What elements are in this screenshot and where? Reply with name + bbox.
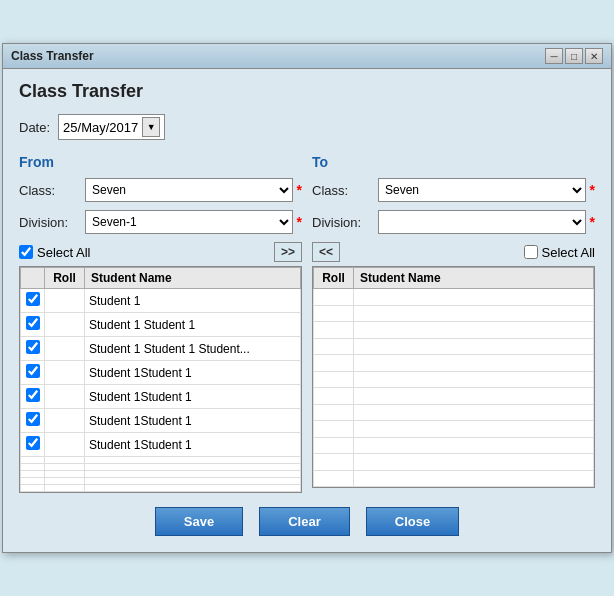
- to-select-all-left: Select All: [524, 245, 595, 260]
- student-name: Student 1 Student 1: [85, 313, 301, 337]
- table-row-empty: [314, 421, 594, 438]
- student-roll: [45, 361, 85, 385]
- from-table-header-name: Student Name: [85, 268, 301, 289]
- table-row-empty: [314, 454, 594, 471]
- student-checkbox[interactable]: [26, 388, 40, 402]
- from-table: Roll Student Name Student 1 Student 1 St…: [20, 267, 301, 492]
- student-roll: [45, 433, 85, 457]
- table-row-empty: [21, 478, 301, 485]
- from-class-required: *: [297, 182, 302, 198]
- to-class-label: Class:: [312, 183, 372, 198]
- to-class-select[interactable]: Seven: [378, 178, 586, 202]
- save-button[interactable]: Save: [155, 507, 243, 536]
- close-button[interactable]: ✕: [585, 48, 603, 64]
- student-checkbox-cell[interactable]: [21, 289, 45, 313]
- student-checkbox-cell[interactable]: [21, 313, 45, 337]
- student-roll: [45, 385, 85, 409]
- table-row-empty: [21, 457, 301, 464]
- from-select-all-left: Select All: [19, 245, 90, 260]
- table-row-empty: [314, 338, 594, 355]
- to-class-row: Class: Seven *: [312, 178, 595, 202]
- table-row-empty: [314, 371, 594, 388]
- student-checkbox[interactable]: [26, 364, 40, 378]
- student-name: Student 1 Student 1 Student...: [85, 337, 301, 361]
- minimize-button[interactable]: ─: [545, 48, 563, 64]
- student-checkbox[interactable]: [26, 292, 40, 306]
- student-name: Student 1: [85, 289, 301, 313]
- student-name: Student 1Student 1: [85, 385, 301, 409]
- from-panel-title: From: [19, 154, 302, 170]
- from-class-row: Class: Seven *: [19, 178, 302, 202]
- student-checkbox[interactable]: [26, 436, 40, 450]
- student-checkbox-cell[interactable]: [21, 409, 45, 433]
- student-checkbox-cell[interactable]: [21, 337, 45, 361]
- from-chevron-button[interactable]: >>: [274, 242, 302, 262]
- student-roll: [45, 289, 85, 313]
- date-dropdown-button[interactable]: ▼: [142, 117, 160, 137]
- table-row: Student 1Student 1: [21, 385, 301, 409]
- from-select-all-checkbox[interactable]: [19, 245, 33, 259]
- title-bar: Class Transfer ─ □ ✕: [3, 44, 611, 69]
- table-row-empty: [314, 470, 594, 487]
- from-division-required: *: [297, 214, 302, 230]
- from-division-row: Division: Seven-1 *: [19, 210, 302, 234]
- from-student-list: Roll Student Name Student 1 Student 1 St…: [19, 266, 302, 493]
- to-panel-title: To: [312, 154, 595, 170]
- restore-button[interactable]: □: [565, 48, 583, 64]
- clear-button[interactable]: Clear: [259, 507, 350, 536]
- from-class-label: Class:: [19, 183, 79, 198]
- student-roll: [45, 313, 85, 337]
- student-checkbox[interactable]: [26, 316, 40, 330]
- table-row-empty: [21, 471, 301, 478]
- table-row: Student 1: [21, 289, 301, 313]
- to-class-required: *: [590, 182, 595, 198]
- student-name: Student 1Student 1: [85, 409, 301, 433]
- table-row-empty: [21, 464, 301, 471]
- table-row: Student 1 Student 1 Student...: [21, 337, 301, 361]
- student-checkbox-cell[interactable]: [21, 361, 45, 385]
- from-table-header-cb: [21, 268, 45, 289]
- date-value: 25/May/2017: [63, 120, 138, 135]
- student-checkbox-cell[interactable]: [21, 433, 45, 457]
- student-checkbox[interactable]: [26, 340, 40, 354]
- main-window: Class Transfer ─ □ ✕ Class Transfer Date…: [2, 43, 612, 553]
- to-table-header-roll: Roll: [314, 268, 354, 289]
- two-panel-layout: From Class: Seven * Division: Seven-1: [19, 154, 595, 493]
- from-panel: From Class: Seven * Division: Seven-1: [19, 154, 302, 493]
- student-name: Student 1Student 1: [85, 433, 301, 457]
- from-division-select-wrapper: Seven-1 *: [85, 210, 302, 234]
- table-row-empty: [21, 485, 301, 492]
- table-row: Student 1Student 1: [21, 433, 301, 457]
- close-button-bottom[interactable]: Close: [366, 507, 459, 536]
- from-division-select[interactable]: Seven-1: [85, 210, 293, 234]
- table-row-empty: [314, 437, 594, 454]
- table-row-empty: [314, 305, 594, 322]
- to-division-select[interactable]: [378, 210, 586, 234]
- to-panel: To Class: Seven * Division:: [312, 154, 595, 493]
- to-division-select-wrapper: *: [378, 210, 595, 234]
- student-name: Student 1Student 1: [85, 361, 301, 385]
- table-row-empty: [314, 388, 594, 405]
- from-class-select[interactable]: Seven: [85, 178, 293, 202]
- date-row: Date: 25/May/2017 ▼: [19, 114, 595, 140]
- title-bar-controls: ─ □ ✕: [545, 48, 603, 64]
- to-table: Roll Student Name: [313, 267, 594, 487]
- table-row: Student 1 Student 1: [21, 313, 301, 337]
- title-bar-text: Class Transfer: [11, 49, 94, 63]
- to-division-required: *: [590, 214, 595, 230]
- student-roll: [45, 409, 85, 433]
- date-label: Date:: [19, 120, 50, 135]
- student-checkbox-cell[interactable]: [21, 385, 45, 409]
- from-class-select-wrapper: Seven *: [85, 178, 302, 202]
- from-select-all-row: Select All >>: [19, 242, 302, 262]
- to-class-select-wrapper: Seven *: [378, 178, 595, 202]
- to-chevron-button[interactable]: <<: [312, 242, 340, 262]
- student-checkbox[interactable]: [26, 412, 40, 426]
- to-division-row: Division: *: [312, 210, 595, 234]
- table-row-empty: [314, 322, 594, 339]
- from-select-all-label: Select All: [37, 245, 90, 260]
- date-input[interactable]: 25/May/2017 ▼: [58, 114, 165, 140]
- from-division-label: Division:: [19, 215, 79, 230]
- to-select-all-checkbox[interactable]: [524, 245, 538, 259]
- to-select-all-label: Select All: [542, 245, 595, 260]
